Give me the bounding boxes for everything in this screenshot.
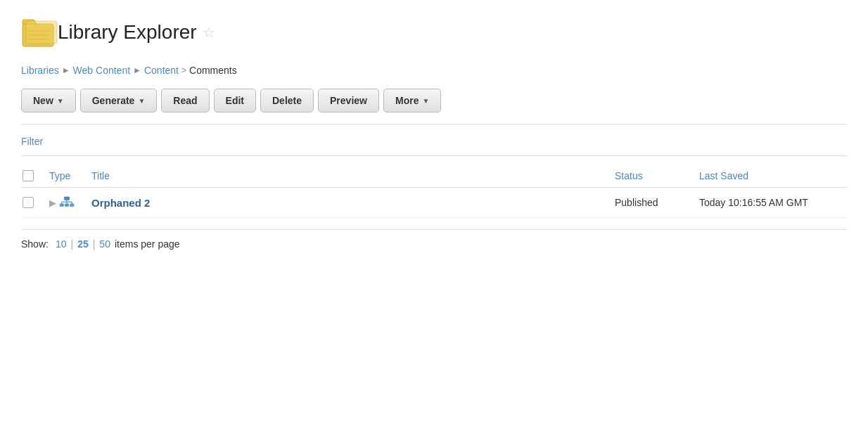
row-1-last-saved: Today 10:16:55 AM GMT <box>699 197 808 208</box>
breadcrumb-web-content[interactable]: Web Content <box>73 65 130 76</box>
row-1-checkbox[interactable] <box>23 197 34 208</box>
new-button[interactable]: New ▼ <box>21 89 76 113</box>
new-dropdown-caret: ▼ <box>57 97 64 105</box>
read-button[interactable]: Read <box>161 89 209 113</box>
generate-button-label: Generate <box>92 95 135 106</box>
pagination-50[interactable]: 50 <box>99 238 110 250</box>
preview-button[interactable]: Preview <box>318 89 379 113</box>
page-container: Library Explorer ☆ Libraries ► Web Conte… <box>0 0 868 264</box>
svg-rect-11 <box>60 204 63 207</box>
svg-rect-5 <box>64 197 69 200</box>
col-header-last-saved[interactable]: Last Saved <box>692 165 847 188</box>
row-expand-icon[interactable]: ▶ <box>49 198 56 208</box>
app-icon <box>21 14 58 51</box>
preview-button-label: Preview <box>330 95 367 106</box>
favorite-star-icon[interactable]: ☆ <box>203 24 215 41</box>
more-button-label: More <box>395 95 419 106</box>
new-button-label: New <box>33 95 53 106</box>
content-table: Type Title Status Last Saved ▶ <box>21 165 847 218</box>
row-type-icon <box>59 196 75 209</box>
row-1-title-link[interactable]: Orphaned 2 <box>91 197 150 209</box>
pagination-divider-1: | <box>71 238 74 250</box>
page-title: Library Explorer <box>58 21 197 44</box>
pagination-suffix: items per page <box>115 238 180 250</box>
edit-button-label: Edit <box>226 95 244 106</box>
breadcrumb-arrow-1: ► <box>62 65 70 75</box>
pagination: Show: 10 | 25 | 50 items per page <box>21 229 847 250</box>
breadcrumb-current: Comments <box>189 65 237 76</box>
select-all-checkbox[interactable] <box>23 170 34 181</box>
table-row: ▶ <box>21 188 847 218</box>
breadcrumb-sep: > <box>181 65 186 75</box>
read-button-label: Read <box>173 95 197 106</box>
delete-button[interactable]: Delete <box>260 89 314 113</box>
pagination-25[interactable]: 25 <box>77 238 89 250</box>
row-lastsaved-cell: Today 10:16:55 AM GMT <box>692 188 847 218</box>
breadcrumb-libraries[interactable]: Libraries <box>21 65 59 76</box>
pagination-divider-2: | <box>93 238 96 250</box>
breadcrumb-arrow-2: ► <box>133 65 141 75</box>
generate-dropdown-caret: ▼ <box>138 97 145 105</box>
edit-button[interactable]: Edit <box>214 89 256 113</box>
col-header-title[interactable]: Title <box>84 165 608 188</box>
col-header-checkbox <box>21 165 42 188</box>
more-dropdown-caret: ▼ <box>422 97 429 105</box>
svg-rect-12 <box>65 204 68 207</box>
filter-link[interactable]: Filter <box>21 136 847 156</box>
table-header-row: Type Title Status Last Saved <box>21 165 847 188</box>
more-button[interactable]: More ▼ <box>383 89 441 113</box>
delete-button-label: Delete <box>272 95 302 106</box>
pagination-10[interactable]: 10 <box>56 238 67 250</box>
pagination-show-label: Show: <box>21 238 49 250</box>
row-title-cell: Orphaned 2 <box>84 188 608 218</box>
generate-button[interactable]: Generate ▼ <box>80 89 158 113</box>
row-type-cell: ▶ <box>42 188 84 218</box>
svg-rect-4 <box>26 21 57 44</box>
row-checkbox-cell <box>21 188 42 218</box>
row-1-status: Published <box>615 197 658 208</box>
row-status-cell: Published <box>608 188 692 218</box>
page-header: Library Explorer ☆ <box>21 14 847 51</box>
breadcrumb-content[interactable]: Content <box>144 65 179 76</box>
breadcrumb: Libraries ► Web Content ► Content > Comm… <box>21 65 847 76</box>
svg-rect-13 <box>70 204 74 207</box>
col-header-status[interactable]: Status <box>608 165 692 188</box>
col-header-type[interactable]: Type <box>42 165 84 188</box>
toolbar: New ▼ Generate ▼ Read Edit Delete Previe… <box>21 89 847 124</box>
